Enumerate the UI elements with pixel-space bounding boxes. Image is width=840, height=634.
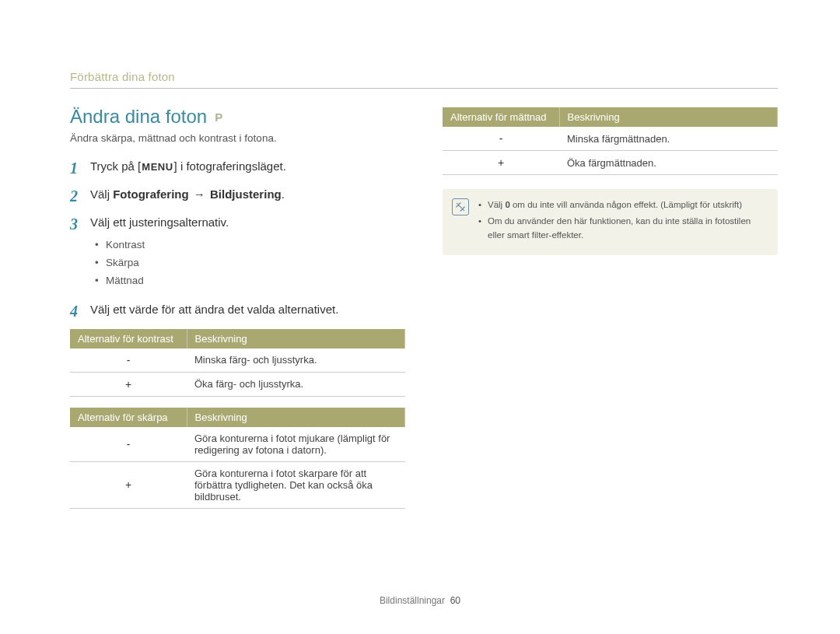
option-desc: Göra konturerna i fotot skarpare för att… — [187, 461, 405, 508]
table-header: Alternativ för skärpa — [70, 408, 187, 427]
note-l1a: Välj — [488, 200, 505, 209]
table-row: - Minska färgmättnaden. — [443, 127, 778, 151]
option-symbol: + — [70, 372, 187, 396]
sub-item: Mättnad — [95, 272, 405, 290]
table-row: + Göra konturerna i fotot skarpare för a… — [70, 461, 405, 508]
step-2: Välj Fotografering → Bildjustering. — [70, 186, 405, 203]
kontrast-table: Alternativ för kontrast Beskrivning - Mi… — [70, 329, 405, 397]
step-2-bold-a: Fotografering — [113, 187, 189, 201]
option-symbol: + — [443, 151, 559, 175]
subtitle: Ändra skärpa, mättnad och kontrast i fot… — [70, 132, 405, 144]
sub-item: Kontrast — [95, 236, 405, 254]
title-text: Ändra dina foton — [70, 106, 207, 128]
step-list: Tryck på [MENU] i fotograferingsläget. V… — [70, 158, 405, 318]
step-3: Välj ett justeringsalternativ. Kontrast … — [70, 214, 405, 291]
step-2-text-d: . — [282, 187, 285, 201]
table-row: + Öka färg- och ljusstyrka. — [70, 372, 405, 396]
option-desc: Öka färgmättnaden. — [559, 151, 778, 175]
table-row: - Göra konturerna i fotot mjukare (lämpl… — [70, 427, 405, 462]
table-header: Beskrivning — [559, 107, 778, 127]
option-symbol: - — [443, 127, 559, 151]
step-1-text-b: ] i fotograferingsläget. — [174, 159, 286, 173]
step-4-text: Välj ett värde för att ändra det valda a… — [90, 303, 338, 316]
right-column: Alternativ för mättnad Beskrivning - Min… — [443, 106, 778, 520]
arrow-icon: → — [189, 187, 210, 201]
table-header: Alternativ för mättnad — [443, 107, 559, 127]
step-1: Tryck på [MENU] i fotograferingsläget. — [70, 158, 405, 175]
step-2-text-a: Välj — [90, 187, 113, 201]
option-symbol: - — [70, 427, 187, 462]
option-desc: Göra konturerna i fotot mjukare (lämplig… — [187, 427, 405, 462]
note-l1c: om du inte vill använda någon effekt. (L… — [510, 200, 742, 209]
step-3-sublist: Kontrast Skärpa Mättnad — [90, 233, 405, 290]
menu-key: MENU — [141, 161, 173, 173]
table-header: Beskrivning — [187, 408, 405, 427]
skarpa-table: Alternativ för skärpa Beskrivning - Göra… — [70, 408, 405, 509]
table-header: Alternativ för kontrast — [70, 329, 187, 349]
footer-section: Bildinställningar — [380, 595, 445, 606]
option-symbol: + — [70, 461, 187, 508]
step-2-bold-b: Bildjustering — [210, 187, 282, 201]
note-line-2: Om du använder den här funktionen, kan d… — [478, 215, 767, 243]
step-1-text-a: Tryck på [ — [90, 159, 141, 173]
table-header: Beskrivning — [187, 329, 405, 349]
page-number: 60 — [450, 595, 460, 606]
page-footer: Bildinställningar 60 — [0, 595, 840, 606]
table-row: + Öka färgmättnaden. — [443, 151, 778, 175]
note-line-1: Välj 0 om du inte vill använda någon eff… — [478, 198, 767, 212]
page-title: Ändra dina foton P — [70, 106, 405, 128]
option-desc: Öka färg- och ljusstyrka. — [187, 372, 405, 396]
sub-item: Skärpa — [95, 254, 405, 272]
mode-badge: P — [215, 111, 222, 123]
option-desc: Minska färg- och ljusstyrka. — [187, 349, 405, 373]
step-3-text: Välj ett justeringsalternativ. — [90, 215, 229, 229]
option-desc: Minska färgmättnaden. — [559, 127, 778, 151]
note-box: Välj 0 om du inte vill använda någon eff… — [443, 189, 778, 255]
note-icon — [452, 198, 469, 215]
left-column: Ändra dina foton P Ändra skärpa, mättnad… — [70, 106, 405, 520]
breadcrumb: Förbättra dina foton — [70, 70, 778, 83]
option-symbol: - — [70, 349, 187, 373]
table-row: - Minska färg- och ljusstyrka. — [70, 349, 405, 373]
mattnad-table: Alternativ för mättnad Beskrivning - Min… — [443, 107, 778, 175]
step-4: Välj ett värde för att ändra det valda a… — [70, 301, 405, 318]
divider — [70, 88, 778, 89]
